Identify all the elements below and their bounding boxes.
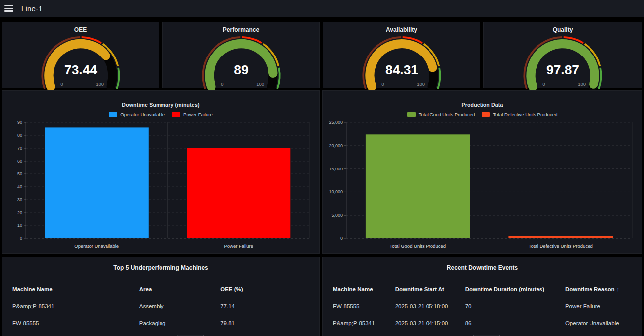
legend-swatch	[482, 112, 490, 117]
table-cell: 79.81	[220, 320, 314, 326]
chart-legend: Total Good Units ProducedTotal Defective…	[323, 112, 642, 117]
dashboard: Line-1 OEE 73.440100 Performance 890100 …	[0, 0, 644, 336]
legend-label: Total Good Units Produced	[419, 112, 475, 117]
x-category-label: Power Failure	[224, 243, 253, 249]
y-tick-label: 0	[20, 236, 22, 241]
table-row: P&amp;P-853412025-03-21 04:15:0086Operat…	[333, 315, 637, 332]
panel-title: Availability	[323, 22, 480, 33]
y-tick-label: 15,000	[329, 167, 343, 171]
column-header-machine-name[interactable]: Machine Name	[333, 286, 395, 292]
gauge-oee: 73.440100	[37, 34, 124, 89]
table-cell: FW-85555	[12, 320, 139, 326]
column-header-oee-[interactable]: OEE (%)	[220, 286, 314, 292]
y-tick-label: 25,000	[329, 120, 343, 125]
sort-ascending-icon: ↑	[617, 286, 620, 292]
menu-icon[interactable]	[4, 5, 13, 12]
table-header-row: Machine NameDowntime Start AtDowntime Du…	[333, 281, 637, 298]
x-category-label: Total Defective Units Produced	[529, 243, 593, 249]
table-cell: 70	[465, 303, 565, 309]
gauge-max-label: 100	[96, 81, 104, 87]
gauge-panel-quality: Quality 97.870100	[483, 22, 642, 88]
gauge-max-label: 100	[256, 81, 264, 87]
x-category-label: Total Good Units Produced	[389, 243, 446, 249]
legend-item-total-good-units-produced[interactable]: Total Good Units Produced	[407, 112, 475, 117]
y-tick-label: 60	[17, 159, 22, 164]
column-header-downtime-reason[interactable]: Downtime Reason↑	[565, 286, 637, 292]
y-tick-label: 20	[17, 210, 22, 215]
column-header-downtime-duration-minutes-[interactable]: Downtime Duration (minutes)	[465, 286, 565, 292]
gauge-value: 89	[234, 62, 248, 77]
legend-label: Power Failure	[183, 112, 213, 117]
recent-downtime-events-panel: Recent Downtime Events Machine NameDownt…	[322, 257, 642, 336]
column-header-machine-name[interactable]: Machine Name	[12, 286, 139, 292]
y-tick-label: 10	[17, 223, 22, 228]
table-footer-divider	[330, 333, 635, 333]
legend-item-power-failure[interactable]: Power Failure	[172, 112, 213, 117]
bar-total-defective-units-produced[interactable]	[508, 236, 613, 238]
y-tick-label: 50	[17, 171, 22, 176]
panel-title: Quality	[484, 22, 642, 33]
table-title: Top 5 Underperforming Machines	[2, 257, 319, 271]
dashboard-title: Line-1	[21, 4, 43, 13]
y-tick-label: 80	[17, 133, 22, 138]
downtime-summary-chart: 0102030405060708090Operator UnavailableP…	[8, 119, 314, 252]
bar-power-failure[interactable]	[187, 148, 290, 238]
table-cell: 86	[465, 320, 565, 326]
table-row: P&amp;P-85341Assembly77.14	[12, 298, 314, 315]
y-tick-label: 40	[17, 184, 22, 189]
y-tick-label: 90	[17, 120, 22, 125]
gauge-panel-oee: OEE 73.440100	[2, 22, 159, 88]
column-header-area[interactable]: Area	[139, 286, 220, 292]
table-cell: Power Failure	[565, 303, 637, 309]
gauge-value: 97.87	[546, 62, 579, 77]
gauge-panel-performance: Performance 890100	[162, 22, 320, 88]
legend-label: Total Defective Units Produced	[493, 112, 557, 117]
x-category-label: Operator Unavailable	[74, 243, 119, 249]
legend-swatch	[407, 112, 416, 117]
y-tick-label: 20,000	[329, 143, 343, 148]
legend-item-total-defective-units-produced[interactable]: Total Defective Units Produced	[482, 112, 557, 117]
gauge-threshold-segment	[277, 68, 280, 89]
legend-swatch	[172, 112, 180, 117]
gauge-min-label: 0	[60, 81, 63, 87]
gauge-min-label: 0	[381, 81, 384, 87]
table-row: FW-85555Packaging79.81	[12, 315, 314, 332]
gauge-value: 73.44	[64, 62, 97, 77]
chart-legend: Operator UnavailablePower Failure	[2, 112, 319, 117]
gauge-panel-availability: Availability 84.310100	[323, 22, 480, 88]
y-tick-label: 5,000	[331, 213, 343, 218]
production-data-chart: 05,00010,00015,00020,00025,000Total Good…	[328, 119, 636, 252]
table-cell: P&amp;P-85341	[12, 303, 139, 309]
y-tick-label: 70	[17, 146, 22, 151]
bar-total-good-units-produced[interactable]	[366, 134, 470, 238]
bar-operator-unavailable[interactable]	[45, 127, 149, 238]
legend-swatch	[109, 112, 117, 117]
gauge-quality: 97.870100	[519, 34, 606, 89]
gauge-performance: 890100	[198, 34, 285, 89]
column-header-downtime-start-at[interactable]: Downtime Start At	[395, 286, 465, 292]
table-row: FW-855552025-03-21 05:18:0070Power Failu…	[333, 298, 637, 315]
gauge-availability: 84.310100	[358, 34, 445, 89]
gauge-min-label: 0	[221, 81, 223, 87]
production-data-panel: Production Data Total Good Units Produce…	[322, 90, 642, 254]
gauge-min-label: 0	[542, 81, 545, 87]
y-tick-label: 0	[340, 236, 343, 241]
table-header-row: Machine NameAreaOEE (%)	[12, 281, 314, 298]
gauge-remainder-arc	[106, 56, 112, 86]
legend-label: Operator Unavailable	[120, 112, 165, 117]
table-cell: 77.14	[220, 303, 314, 309]
y-tick-label: 30	[17, 197, 22, 202]
gauge-threshold-segment	[117, 68, 119, 89]
gauge-value: 84.31	[385, 62, 418, 77]
downtime-summary-panel: Downtime Summary (minutes) Operator Unav…	[2, 90, 320, 254]
table-cell: Operator Unavailable	[565, 320, 637, 326]
table-title: Recent Downtime Events	[323, 257, 642, 271]
table-cell: Assembly	[139, 303, 220, 309]
table-cell: FW-85555	[333, 303, 395, 309]
table-cell: 2025-03-21 04:15:00	[395, 320, 465, 326]
underperforming-machines-table: Machine NameAreaOEE (%)P&amp;P-85341Asse…	[2, 281, 319, 332]
gauge-threshold-segment	[438, 68, 440, 89]
underperforming-machines-panel: Top 5 Underperforming Machines Machine N…	[2, 257, 320, 336]
gauge-threshold-segment	[599, 68, 601, 89]
legend-item-operator-unavailable[interactable]: Operator Unavailable	[109, 112, 165, 117]
